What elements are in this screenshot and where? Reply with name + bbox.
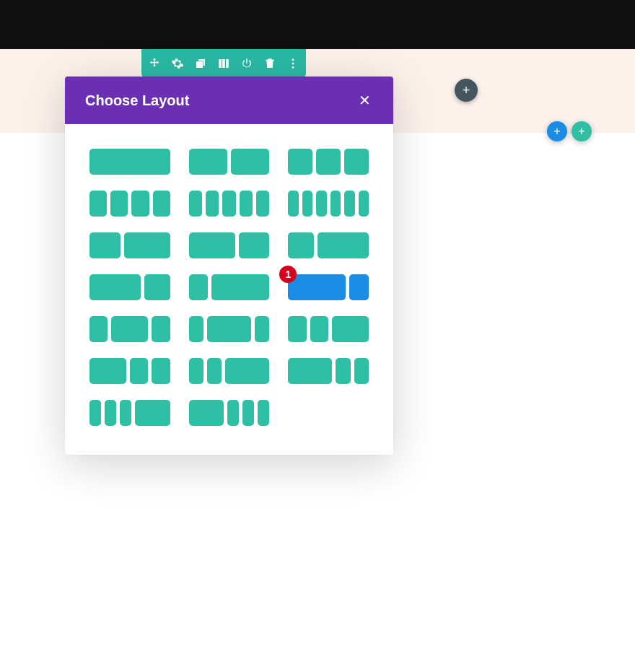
layout-option[interactable] xyxy=(89,316,170,342)
layout-segment xyxy=(189,400,224,426)
layout-segment xyxy=(110,191,128,217)
layout-segment xyxy=(344,149,369,175)
layout-segment xyxy=(255,316,269,342)
layout-segment xyxy=(344,191,354,217)
plus-icon: + xyxy=(578,125,584,138)
layout-segment xyxy=(130,358,148,384)
layout-option[interactable] xyxy=(89,274,170,300)
layout-segment xyxy=(336,358,350,384)
layout-segment xyxy=(189,274,209,300)
layout-segment xyxy=(89,149,170,175)
layout-segment xyxy=(89,274,141,300)
layout-segment xyxy=(288,191,298,217)
move-icon[interactable] xyxy=(148,57,161,70)
layout-segment xyxy=(111,316,148,342)
section-toolbar xyxy=(141,49,306,78)
layout-option[interactable] xyxy=(288,149,369,175)
layout-option[interactable] xyxy=(189,316,270,342)
more-icon[interactable] xyxy=(286,57,299,70)
modal-title: Choose Layout xyxy=(85,92,189,109)
layout-segment xyxy=(288,274,346,300)
layout-segment xyxy=(207,316,251,342)
layout-segment xyxy=(258,400,269,426)
layout-segment xyxy=(222,191,235,217)
plus-icon: + xyxy=(463,83,470,98)
duplicate-icon[interactable] xyxy=(194,57,207,70)
layout-segment xyxy=(120,400,131,426)
power-icon[interactable] xyxy=(240,57,253,70)
layout-segment xyxy=(131,191,149,217)
layout-segment xyxy=(302,191,312,217)
layout-segment xyxy=(152,316,170,342)
layout-segment xyxy=(240,191,253,217)
columns-icon[interactable] xyxy=(217,57,230,70)
layout-segment xyxy=(152,358,170,384)
layout-segment xyxy=(89,191,107,217)
layout-segment xyxy=(225,358,269,384)
delete-icon[interactable] xyxy=(263,57,276,70)
layout-segment xyxy=(227,400,239,426)
layout-segment xyxy=(330,191,341,217)
layout-segment xyxy=(206,191,219,217)
add-section-button[interactable]: + xyxy=(572,121,592,141)
layout-segment xyxy=(144,274,170,300)
layout-segment xyxy=(239,232,270,258)
layout-segment xyxy=(354,358,369,384)
svg-point-2 xyxy=(292,66,294,69)
layout-segment xyxy=(189,358,203,384)
layout-segment xyxy=(256,191,269,217)
layout-segment xyxy=(153,191,170,217)
choose-layout-modal: Choose Layout ✕ 1 xyxy=(65,77,393,455)
layout-segment xyxy=(189,191,202,217)
layout-option[interactable] xyxy=(189,149,270,175)
svg-point-1 xyxy=(292,63,294,65)
layout-option[interactable] xyxy=(89,191,170,217)
layout-option[interactable] xyxy=(288,232,369,258)
layout-segment xyxy=(288,149,312,175)
layout-segment xyxy=(207,358,222,384)
svg-point-0 xyxy=(292,58,294,61)
layout-segment xyxy=(359,191,369,217)
layout-segment xyxy=(105,400,116,426)
top-dark-band xyxy=(0,0,635,49)
layout-option[interactable] xyxy=(189,358,270,384)
layout-option[interactable] xyxy=(189,191,270,217)
layout-option[interactable] xyxy=(189,232,270,258)
layout-segment xyxy=(318,232,369,258)
plus-icon: + xyxy=(553,125,560,138)
layout-segment xyxy=(211,274,269,300)
layout-option[interactable] xyxy=(288,191,369,217)
layout-segment xyxy=(124,232,170,258)
layout-segment xyxy=(89,400,101,426)
close-icon[interactable]: ✕ xyxy=(356,92,373,109)
layout-segment xyxy=(189,316,203,342)
layout-option[interactable]: 1 xyxy=(288,274,369,300)
layout-segment xyxy=(189,149,227,175)
layout-segment xyxy=(89,316,108,342)
layout-segment xyxy=(89,358,126,384)
layout-segment xyxy=(288,358,332,384)
layout-segment xyxy=(316,149,341,175)
layout-option[interactable] xyxy=(189,400,270,426)
layout-segment xyxy=(89,232,121,258)
add-module-button[interactable]: + xyxy=(455,79,478,102)
layout-segment xyxy=(135,400,170,426)
layout-segment xyxy=(242,400,254,426)
gear-icon[interactable] xyxy=(171,57,184,70)
layout-segment xyxy=(288,232,314,258)
layout-option[interactable] xyxy=(89,400,170,426)
layout-option[interactable] xyxy=(89,149,170,175)
layout-segment xyxy=(332,316,369,342)
layout-option[interactable] xyxy=(288,316,369,342)
layout-option[interactable] xyxy=(89,232,170,258)
layout-option[interactable] xyxy=(189,274,270,300)
add-row-button[interactable]: + xyxy=(547,121,567,141)
layout-segment xyxy=(316,191,326,217)
layout-option[interactable] xyxy=(89,358,170,384)
layout-segment xyxy=(288,316,306,342)
layout-segment xyxy=(231,149,269,175)
layout-segment xyxy=(189,232,235,258)
layout-segment xyxy=(349,274,369,300)
layout-option[interactable] xyxy=(288,358,369,384)
modal-header: Choose Layout ✕ xyxy=(65,77,393,124)
